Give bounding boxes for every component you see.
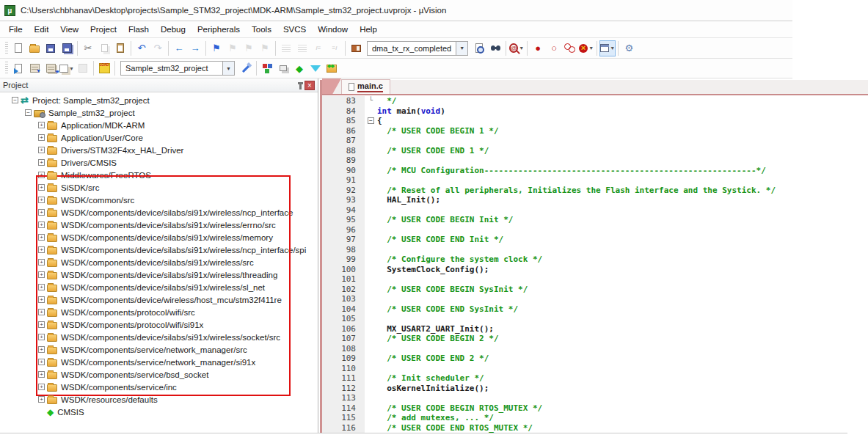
- fold-margin[interactable]: [365, 294, 377, 304]
- tree-item[interactable]: +WSDK/components/device/silabs/si91x/wir…: [0, 331, 318, 343]
- menu-edit[interactable]: Edit: [29, 23, 55, 36]
- tree-item[interactable]: +WSDK/components/device/silabs/si91x/wir…: [0, 256, 318, 268]
- line-number[interactable]: 106: [322, 324, 365, 334]
- menu-view[interactable]: View: [54, 23, 84, 36]
- menu-tools[interactable]: Tools: [246, 23, 277, 36]
- fold-margin[interactable]: [365, 265, 377, 275]
- incremental-find-icon[interactable]: [487, 40, 503, 56]
- tree-item[interactable]: ◆CMSIS: [0, 406, 318, 418]
- line-number[interactable]: 108: [322, 344, 365, 354]
- fold-margin[interactable]: −: [365, 116, 377, 126]
- collapse-minus-icon[interactable]: −: [25, 109, 32, 116]
- fold-margin[interactable]: [365, 393, 377, 403]
- undo-icon[interactable]: ↶: [134, 40, 150, 56]
- fold-margin[interactable]: [365, 344, 377, 354]
- fold-margin[interactable]: [365, 413, 377, 423]
- kill-all-breakpoints-icon[interactable]: ▼: [578, 40, 594, 56]
- find-in-files-icon[interactable]: [471, 40, 487, 56]
- line-number[interactable]: 86: [322, 126, 365, 136]
- tree-item[interactable]: −⇄Project: Sample_stm32_project: [0, 94, 318, 106]
- menu-file[interactable]: File: [3, 23, 29, 36]
- chevron-down-icon[interactable]: ▼: [69, 66, 74, 71]
- fold-margin[interactable]: [365, 314, 377, 324]
- menu-window[interactable]: Window: [312, 23, 354, 36]
- tree-item[interactable]: +WSDK/components/service/bsd_socket: [0, 368, 318, 381]
- tree-item[interactable]: +SiSDK/src: [0, 181, 318, 194]
- clear-bookmarks-icon[interactable]: ⚑: [257, 40, 273, 56]
- copy-icon[interactable]: [96, 40, 112, 56]
- line-number[interactable]: 110: [322, 364, 365, 374]
- new-file-icon[interactable]: [10, 40, 26, 56]
- previous-bookmark-icon[interactable]: ⚑: [225, 40, 241, 56]
- expand-plus-icon[interactable]: +: [38, 284, 45, 290]
- menu-flash[interactable]: Flash: [123, 23, 155, 36]
- chevron-down-icon[interactable]: ▼: [456, 41, 468, 56]
- save-all-icon[interactable]: [59, 40, 75, 56]
- insert-breakpoint-icon[interactable]: ●: [530, 40, 546, 56]
- line-number[interactable]: 93: [322, 195, 365, 205]
- target-options-icon[interactable]: [238, 60, 254, 76]
- tree-item[interactable]: +WSDK/resources/defaults: [0, 393, 318, 406]
- expand-plus-icon[interactable]: +: [38, 259, 45, 266]
- tree-item[interactable]: +Drivers/STM32F4xx_HAL_Driver: [0, 144, 318, 156]
- line-number[interactable]: 101: [322, 274, 365, 285]
- menu-help[interactable]: Help: [354, 23, 383, 36]
- line-number[interactable]: 97: [322, 235, 365, 245]
- fold-margin[interactable]: [365, 304, 377, 315]
- expand-plus-icon[interactable]: +: [38, 271, 45, 278]
- expand-plus-icon[interactable]: +: [38, 222, 45, 228]
- tree-item[interactable]: +WSDK/components/device/wireless/host_mc…: [0, 293, 318, 306]
- fold-margin[interactable]: [365, 423, 377, 433]
- line-number[interactable]: 87: [322, 136, 365, 146]
- uncomment-selection-icon[interactable]: ≡/: [327, 40, 343, 56]
- line-number[interactable]: 107: [322, 334, 365, 344]
- line-number[interactable]: 90: [322, 166, 365, 176]
- fold-margin[interactable]: [365, 274, 377, 285]
- line-number[interactable]: 94: [322, 205, 365, 216]
- expand-plus-icon[interactable]: +: [38, 246, 45, 253]
- target-select-combobox[interactable]: Sample_stm32_project▼: [120, 61, 235, 76]
- fold-margin[interactable]: [365, 225, 377, 235]
- stop-build-icon[interactable]: [75, 60, 91, 76]
- tree-item[interactable]: +WSDK/components/service/network_manager…: [0, 356, 318, 368]
- redo-icon[interactable]: ↷: [150, 40, 166, 56]
- line-number[interactable]: 84: [322, 106, 365, 117]
- tree-item[interactable]: +WSDK/components/device/silabs/si91x/wir…: [0, 244, 318, 256]
- expand-plus-icon[interactable]: +: [38, 309, 45, 315]
- expand-plus-icon[interactable]: +: [38, 384, 45, 390]
- tree-item[interactable]: +WSDK/components/device/silabs/si91x/wir…: [0, 281, 318, 293]
- line-number[interactable]: 88: [322, 146, 365, 156]
- rebuild-all-icon[interactable]: [43, 60, 59, 76]
- tree-item[interactable]: +Drivers/CMSIS: [0, 156, 318, 169]
- menu-debug[interactable]: Debug: [155, 23, 192, 36]
- fold-margin[interactable]: [365, 175, 377, 186]
- fold-margin[interactable]: [365, 354, 377, 364]
- lookup-magnifier-icon[interactable]: @▼: [508, 40, 525, 56]
- chevron-down-icon[interactable]: ▼: [610, 45, 615, 51]
- fold-margin[interactable]: [365, 285, 377, 295]
- tree-item[interactable]: +WSDK/components/service/inc: [0, 381, 318, 393]
- cut-icon[interactable]: ✂: [80, 40, 96, 56]
- chevron-down-icon[interactable]: ▼: [519, 45, 524, 51]
- line-number[interactable]: 100: [322, 265, 365, 275]
- tree-item[interactable]: +WSDK/components/protocol/wifi/src: [0, 306, 318, 318]
- fold-margin[interactable]: [365, 364, 377, 374]
- line-number[interactable]: 99: [322, 255, 365, 265]
- tree-item[interactable]: +WSDK/components/device/silabs/si91x/wir…: [0, 206, 318, 219]
- comment-selection-icon[interactable]: /≡: [310, 40, 327, 56]
- expand-plus-icon[interactable]: +: [38, 197, 45, 203]
- functions-book-icon[interactable]: [348, 40, 364, 56]
- tree-item[interactable]: +WSDK/components/service/network_manager…: [0, 343, 318, 356]
- download-icon[interactable]: [96, 60, 112, 76]
- tree-item[interactable]: +Application/User/Core: [0, 131, 318, 144]
- fold-margin[interactable]: [365, 155, 377, 166]
- fold-margin[interactable]: [365, 215, 377, 225]
- line-number[interactable]: 104: [322, 304, 365, 315]
- fold-margin[interactable]: [365, 403, 377, 414]
- fold-margin[interactable]: [365, 166, 377, 176]
- collapse-minus-icon[interactable]: −: [12, 97, 18, 103]
- line-number[interactable]: 83: [322, 96, 365, 106]
- toggle-bookmark-icon[interactable]: ⚑: [208, 40, 225, 56]
- fold-margin[interactable]: [365, 235, 377, 245]
- fold-margin[interactable]: [365, 245, 377, 255]
